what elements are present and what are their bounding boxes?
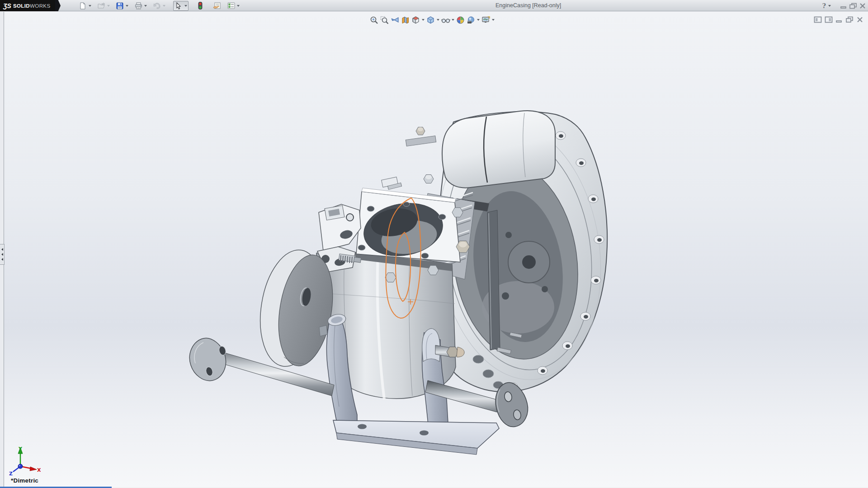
- triad-x-label: X: [37, 467, 41, 473]
- apply-scene-icon: [467, 16, 475, 24]
- title-bar: ƷSSOLIDWORKS: [0, 0, 868, 11]
- display-style-dropdown[interactable]: [436, 15, 440, 25]
- pane-right-toggle-button[interactable]: [825, 16, 833, 23]
- undo-icon: [153, 2, 161, 9]
- pane-left-toggle-button[interactable]: [814, 16, 822, 23]
- doc-minimize-button[interactable]: [835, 16, 843, 23]
- help-button[interactable]: ?: [822, 2, 826, 9]
- select-cursor-icon: [175, 2, 182, 9]
- file-properties-icon: [213, 2, 221, 9]
- appearance-sphere-icon: [456, 16, 465, 24]
- open-button[interactable]: [96, 1, 106, 11]
- collapse-arrow-icon: [1, 248, 3, 251]
- rebuild-button[interactable]: [195, 1, 205, 11]
- new-document-dropdown[interactable]: [88, 1, 92, 11]
- save-icon: [116, 2, 123, 9]
- apply-scene-dropdown[interactable]: [476, 15, 481, 25]
- open-dropdown[interactable]: [106, 1, 111, 11]
- triad-y-label: Y: [18, 446, 23, 452]
- document-title: EngineCasing [Read-only]: [495, 2, 561, 9]
- feature-manager-splitter[interactable]: [0, 244, 5, 265]
- save-button[interactable]: [115, 1, 125, 11]
- zoom-to-fit-button[interactable]: [369, 15, 379, 25]
- triad-z-label: Z: [9, 471, 13, 477]
- view-settings-dropdown[interactable]: [491, 15, 495, 25]
- doc-restore-button[interactable]: [845, 16, 854, 23]
- file-properties-button[interactable]: [212, 1, 222, 11]
- view-settings-button[interactable]: [481, 15, 491, 25]
- view-orientation-button[interactable]: [410, 15, 421, 25]
- section-view-button[interactable]: [400, 15, 410, 25]
- display-style-button[interactable]: [425, 15, 436, 25]
- help-dropdown[interactable]: [828, 1, 831, 11]
- view-orientation-label: *Dimetric: [11, 477, 38, 484]
- print-dropdown[interactable]: [143, 1, 148, 11]
- select-button[interactable]: [174, 1, 184, 11]
- engine-casing-model[interactable]: [0, 0, 868, 488]
- undo-button[interactable]: [152, 1, 162, 11]
- base-plate: [333, 420, 499, 455]
- eyeglasses-icon: [441, 16, 450, 24]
- logo-glyph: ƷS: [3, 2, 11, 9]
- new-document-button[interactable]: [78, 1, 88, 11]
- zoom-to-fit-icon: [370, 16, 378, 24]
- window-controls: ?: [822, 1, 866, 11]
- print-button[interactable]: [133, 1, 143, 11]
- options-dropdown[interactable]: [236, 1, 241, 11]
- zoom-to-area-button[interactable]: [379, 15, 390, 25]
- options-button[interactable]: [226, 1, 236, 11]
- restore-button[interactable]: [849, 3, 857, 9]
- solidworks-logo: ƷSSOLIDWORKS: [0, 0, 55, 11]
- previous-view-icon: [391, 16, 399, 24]
- collapse-arrow-icon: [1, 253, 3, 256]
- hide-show-items-dropdown[interactable]: [451, 15, 455, 25]
- zoom-to-area-icon: [380, 16, 389, 24]
- options-checklist-icon: [227, 2, 235, 9]
- display-style-icon: [426, 16, 435, 24]
- view-orientation-icon: [411, 16, 420, 24]
- hide-show-items-button[interactable]: [440, 15, 451, 25]
- standard-toolbar: [78, 0, 241, 11]
- doc-close-button[interactable]: [856, 16, 863, 23]
- menu-expand-arrow[interactable]: [55, 0, 61, 11]
- view-orientation-dropdown[interactable]: [421, 15, 425, 25]
- document-window-controls: [814, 16, 863, 23]
- open-icon: [98, 2, 105, 9]
- section-view-icon: [401, 16, 410, 24]
- reference-triad: Y X Z: [5, 446, 41, 477]
- rebuild-traffic-light-icon: [198, 2, 203, 9]
- heads-up-view-toolbar: [369, 15, 495, 25]
- select-button-group: [173, 1, 189, 11]
- close-button[interactable]: [859, 3, 866, 9]
- new-document-icon: [79, 2, 86, 9]
- select-dropdown[interactable]: [184, 1, 188, 11]
- collapse-arrow-icon: [1, 258, 3, 261]
- previous-view-button[interactable]: [390, 15, 400, 25]
- print-icon: [135, 2, 142, 9]
- edit-appearance-button[interactable]: [455, 15, 466, 25]
- save-dropdown[interactable]: [125, 1, 129, 11]
- undo-dropdown[interactable]: [162, 1, 166, 11]
- apply-scene-button[interactable]: [466, 15, 476, 25]
- view-settings-icon: [481, 16, 491, 24]
- minimize-button[interactable]: [840, 3, 847, 9]
